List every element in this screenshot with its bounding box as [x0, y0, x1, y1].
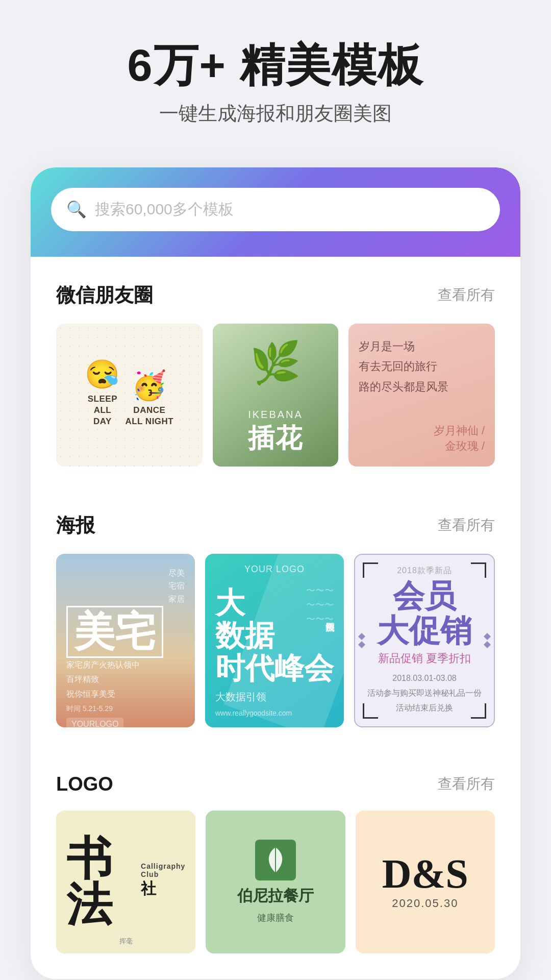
- poster3-badge: 2018款季新品: [397, 566, 452, 576]
- wechat-template-card-1[interactable]: 😪 SLEEPALLDAY 🥳 DANCEALL NIGHT: [56, 324, 203, 467]
- restaurant-sub: 健康膳食: [257, 912, 294, 924]
- search-icon: 🔍: [66, 201, 87, 217]
- char2-label: DANCEALL NIGHT: [125, 405, 173, 427]
- poster2-main-title: 大数据时代峰会: [215, 586, 334, 684]
- hero-section: 6万+ 精美模板 一键生成海报和朋友圈美图: [0, 0, 551, 147]
- calligraphy-cn-bottom: 社: [141, 878, 185, 899]
- calligraphy-tagline: 挥毫: [119, 937, 133, 946]
- poster3-main-title: 会员大促销: [377, 579, 472, 648]
- logo-section-title: LOGO: [56, 773, 113, 795]
- left-diamonds: [359, 634, 364, 647]
- char1-label: SLEEPALLDAY: [88, 394, 117, 427]
- poster-template-card-3[interactable]: 2018款季新品 会员大促销 新品促销 夏季折扣 2018.03.01-03.0…: [354, 554, 495, 727]
- poetry-tags: 岁月神仙 / 金玫瑰 /: [359, 423, 485, 454]
- poster-section: 海报 查看所有 尽美宅宿家居 美宅 家宅房产火热认领中百坪精致祝你恒享美受 时间…: [31, 487, 520, 727]
- poster2-sub: 大数据引领: [215, 689, 334, 705]
- calligraphy-en-line1: Calligraphy: [141, 862, 185, 870]
- poster1-logo: YOURLOGO: [66, 718, 123, 727]
- logo-template-card-3[interactable]: D&S 2020.05.30: [356, 811, 495, 953]
- poster-template-card-2[interactable]: YOUR LOGO 〜〜〜 〜〜〜 〜〜〜 引领科技潮流 大数据时代峰会 大数据…: [205, 554, 344, 727]
- brush-char-wrap: 书法: [66, 836, 137, 928]
- logo-section-header: LOGO 查看所有: [56, 773, 495, 795]
- brush-char: 书法: [66, 834, 112, 930]
- cartoon-characters: 😪 SLEEPALLDAY 🥳 DANCEALL NIGHT: [85, 358, 173, 427]
- poster2-your-logo: YOUR LOGO: [244, 564, 305, 575]
- poster-section-header: 海报 查看所有: [56, 512, 495, 538]
- hero-subtitle: 一键生成海报和朋友圈美图: [20, 101, 531, 127]
- wechat-card-1-content: 😪 SLEEPALLDAY 🥳 DANCEALL NIGHT: [66, 334, 192, 456]
- char1-face: 😪: [85, 358, 120, 391]
- poetry-tag1: 岁月神仙 /: [434, 423, 485, 438]
- calligraphy-logo-main: 书法 Calligraphy Club 社: [66, 836, 185, 928]
- ds-letters: D&S: [382, 853, 468, 894]
- leaf-icon-box: [255, 840, 296, 880]
- wechat-section-title: 微信朋友圈: [56, 282, 153, 308]
- logo-template-card-2[interactable]: 伯尼拉餐厅 健康膳食: [206, 811, 345, 953]
- ikebana-text: IKEBANA 插花: [248, 409, 303, 456]
- search-header: 🔍 搜索60,000多个模板: [31, 167, 520, 257]
- ikebana-cn-text: 插花: [248, 421, 303, 456]
- logo-card-grid: 书法 Calligraphy Club 社 挥毫: [56, 811, 495, 953]
- poster1-detail: 家宅房产火热认领中百坪精致祝你恒享美受: [66, 658, 185, 702]
- hero-title: 6万+ 精美模板: [20, 41, 531, 90]
- leaves-emoji: 🌿: [250, 339, 301, 387]
- char2-face: 🥳: [132, 369, 167, 402]
- poster3-info: 2018.03.01-03.08活动参与购买即送神秘礼品一份活动结束后兑换: [367, 671, 482, 715]
- wechat-section: 微信朋友圈 查看所有 😪 SLEEPALLDAY 🥳 DANCEALL NIGH…: [31, 257, 520, 467]
- logo-section: LOGO 查看所有 书法 Calligraphy Club 社 挥毫: [31, 748, 520, 953]
- char1: 😪 SLEEPALLDAY: [85, 358, 120, 427]
- corner-tl: [363, 562, 378, 578]
- poster1-sub-top: 尽美宅宿家居: [66, 567, 185, 606]
- poster3-sub: 新品促销 夏季折扣: [378, 651, 471, 666]
- poster1-date: 时间 5.21-5.29: [66, 704, 185, 714]
- poetry-line1: 岁月是一场: [359, 336, 485, 357]
- corner-bl: [363, 703, 378, 719]
- calligraphy-right: Calligraphy Club 社: [141, 862, 185, 902]
- wechat-section-header: 微信朋友圈 查看所有: [56, 282, 495, 308]
- ds-date: 2020.05.30: [392, 897, 458, 910]
- ikebana-en-text: IKEBANA: [248, 409, 303, 421]
- search-placeholder-text: 搜索60,000多个模板: [95, 199, 234, 220]
- poster-view-all-link[interactable]: 查看所有: [438, 516, 495, 535]
- logo-template-card-1[interactable]: 书法 Calligraphy Club 社 挥毫: [56, 811, 195, 953]
- poster1-main-title: 美宅: [66, 606, 163, 658]
- ikebana-card-content: 🌿 IKEBANA 插花: [213, 324, 339, 467]
- poster1-main-title-wrap: 美宅: [66, 606, 185, 658]
- poster1-footer: 家宅房产火热认领中百坪精致祝你恒享美受 时间 5.21-5.29 YOURLOG…: [66, 658, 185, 727]
- poster-card-grid: 尽美宅宿家居 美宅 家宅房产火热认领中百坪精致祝你恒享美受 时间 5.21-5.…: [56, 554, 495, 727]
- poetry-line3: 路的尽头都是风景: [359, 377, 485, 397]
- wechat-card-grid: 😪 SLEEPALLDAY 🥳 DANCEALL NIGHT 🌿: [56, 324, 495, 467]
- poetry-line2: 有去无回的旅行: [359, 356, 485, 377]
- poster2-website: www.reallygoodsite.com: [215, 709, 334, 717]
- restaurant-name: 伯尼拉餐厅: [237, 886, 314, 906]
- poetry-text: 岁月是一场 有去无回的旅行 路的尽头都是风景: [359, 336, 485, 397]
- app-card: 🔍 搜索60,000多个模板 微信朋友圈 查看所有 😪 SLEEPALLDAY: [31, 167, 520, 979]
- poster-template-card-1[interactable]: 尽美宅宿家居 美宅 家宅房产火热认领中百坪精致祝你恒享美受 时间 5.21-5.…: [56, 554, 195, 727]
- logo-view-all-link[interactable]: 查看所有: [438, 774, 495, 794]
- wechat-template-card-2[interactable]: 🌿 IKEBANA 插花: [213, 324, 339, 467]
- char2: 🥳 DANCEALL NIGHT: [125, 369, 173, 427]
- calligraphy-en-line2: Club: [141, 870, 185, 878]
- leaf-svg: [263, 845, 288, 875]
- search-bar[interactable]: 🔍 搜索60,000多个模板: [51, 188, 500, 231]
- poster-section-title: 海报: [56, 512, 95, 538]
- corner-tr: [471, 562, 486, 578]
- wechat-view-all-link[interactable]: 查看所有: [438, 285, 495, 305]
- right-diamonds: [485, 634, 490, 647]
- corner-br: [471, 703, 486, 719]
- poetry-tag2: 金玫瑰 /: [445, 438, 485, 454]
- wechat-template-card-3[interactable]: 岁月是一场 有去无回的旅行 路的尽头都是风景 岁月神仙 / 金玫瑰 /: [348, 324, 495, 467]
